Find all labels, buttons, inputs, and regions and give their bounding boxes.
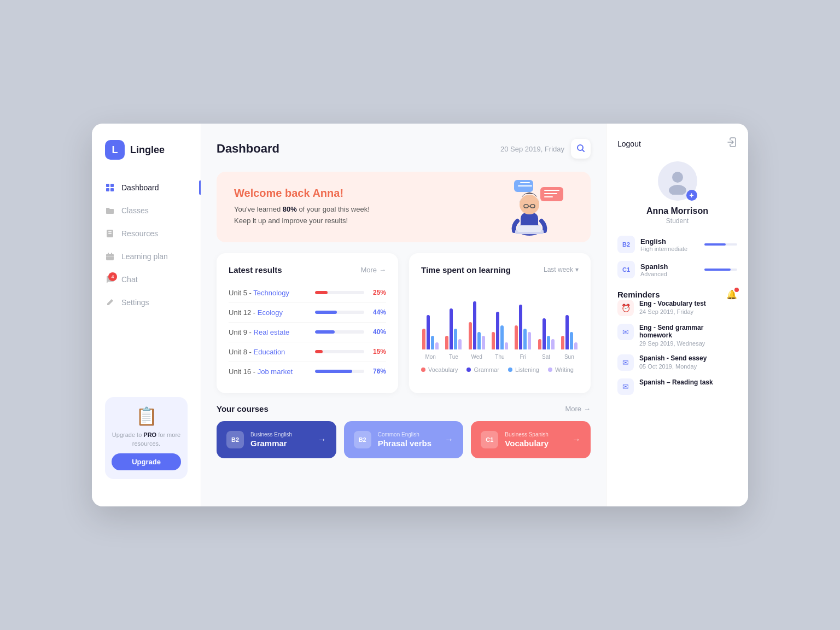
chart-bars: [492, 295, 508, 349]
result-label: Unit 9 - Real estate: [229, 328, 311, 336]
reminder-list: ⏰ Eng - Vocabulary test 24 Sep 2019, Fri…: [617, 300, 737, 395]
search-icon: [576, 144, 585, 154]
chart-column: Fri: [514, 295, 532, 360]
courses-section: Your courses More → B2 Business English …: [217, 404, 591, 458]
reminder-task: Eng - Vocabulary test: [639, 300, 737, 307]
result-row: Unit 12 - Ecology 44%: [229, 303, 386, 323]
reminder-icon: ✉: [617, 378, 634, 395]
bell-icon: 🔔: [726, 289, 737, 300]
language-item: B2 English High intermediate: [617, 236, 737, 253]
chart-bars: [515, 295, 531, 349]
reminders-header: Reminders 🔔: [617, 289, 737, 300]
course-info: Business Spanish Vocabulary: [505, 431, 565, 448]
chart-bar-listening: [500, 325, 504, 349]
result-bar-fill: [315, 291, 328, 294]
logo-name: Linglee: [130, 144, 165, 156]
course-type: Business Spanish: [505, 431, 565, 438]
chat-badge: 4: [108, 272, 117, 281]
course-level: B2: [226, 431, 244, 448]
svg-rect-1: [110, 184, 114, 187]
sidebar-item-learning-plan[interactable]: Learning plan: [92, 245, 201, 268]
sidebar-item-label: Learning plan: [121, 252, 168, 261]
chart-column: Mon: [421, 295, 440, 360]
chart-bar-grammar: [450, 308, 453, 349]
result-bar-fill: [315, 350, 323, 353]
course-name: Vocabulary: [505, 439, 565, 448]
result-bar-bg: [315, 330, 364, 334]
chart-day-label: Mon: [425, 354, 435, 360]
svg-rect-6: [108, 233, 112, 234]
welcome-illustration: [492, 177, 569, 237]
course-card[interactable]: C1 Business Spanish Vocabulary →: [471, 421, 591, 458]
sidebar-item-chat[interactable]: 4 Chat: [92, 268, 201, 291]
course-info: Common English Phrasal verbs: [378, 431, 439, 448]
chart-bar-vocab: [469, 322, 472, 349]
folder-icon: [105, 206, 115, 215]
arrow-right-icon: →: [379, 266, 386, 274]
chart-column: Wed: [468, 295, 486, 360]
course-info: Business English Grammar: [250, 431, 311, 448]
legend-dot: [466, 368, 471, 372]
app-container: L Linglee Dashboard: [92, 124, 748, 506]
chart-filter[interactable]: Last week ▾: [544, 266, 579, 273]
course-card[interactable]: B2 Common English Phrasal verbs →: [344, 421, 464, 458]
reminder-text: Eng - Send grammar homework 29 Sep 2019,…: [639, 324, 737, 347]
svg-rect-26: [517, 225, 541, 232]
chart-legend: VocabularyGrammarListeningWriting: [421, 366, 579, 373]
result-row: Unit 5 - Technology 25%: [229, 283, 386, 303]
reminder-date: 24 Sep 2019, Friday: [639, 308, 737, 315]
chart-day-label: Sat: [542, 354, 550, 360]
course-name: Phrasal verbs: [378, 439, 439, 448]
chart-bar-writing: [458, 339, 462, 349]
legend-label: Writing: [555, 366, 574, 373]
chart-column: Thu: [491, 295, 509, 360]
logout-button[interactable]: Logout: [617, 139, 641, 148]
search-button[interactable]: [571, 139, 591, 159]
results-more[interactable]: More →: [360, 266, 386, 274]
avatar-add-button[interactable]: +: [686, 190, 697, 201]
result-bar-fill: [315, 330, 335, 334]
chart-bar-vocab: [561, 336, 564, 349]
sidebar-item-label: Settings: [121, 298, 149, 307]
profile-name: Anna Morrison: [617, 206, 737, 216]
result-row: Unit 9 - Real estate 40%: [229, 323, 386, 342]
result-pct: 44%: [369, 308, 386, 316]
upgrade-text: Upgrade to PRO for more resources.: [112, 431, 181, 448]
upgrade-button[interactable]: Upgrade: [112, 453, 181, 470]
lang-name: Spanish: [640, 262, 699, 271]
result-label: Unit 16 - Job market: [229, 368, 311, 376]
chart-bar-grammar: [496, 312, 499, 349]
sidebar-item-dashboard[interactable]: Dashboard: [92, 176, 201, 199]
sidebar-item-classes[interactable]: Classes: [92, 199, 201, 222]
legend-item: Listening: [508, 366, 539, 373]
main-header: Dashboard 20 Sep 2019, Friday: [217, 139, 591, 159]
logout-icon[interactable]: [726, 137, 737, 150]
lang-bar-fill: [704, 243, 726, 246]
sidebar-item-resources[interactable]: Resources: [92, 222, 201, 245]
lang-level: B2: [617, 236, 635, 253]
sidebar-upgrade: 📋 Upgrade to PRO for more resources. Upg…: [92, 386, 201, 490]
legend-dot: [548, 368, 552, 372]
right-panel: Logout + Anna Morrison Student: [606, 124, 748, 506]
svg-rect-8: [108, 253, 109, 255]
result-pct: 15%: [369, 348, 386, 355]
courses-more[interactable]: More →: [565, 405, 591, 413]
reminder-item: ✉ Spanish – Reading task: [617, 378, 737, 395]
svg-rect-2: [106, 188, 109, 191]
sidebar-item-label: Resources: [121, 229, 158, 238]
result-bar-bg: [315, 311, 364, 314]
chart-day-label: Fri: [520, 354, 526, 360]
arrow-icon: →: [572, 435, 581, 445]
course-card[interactable]: B2 Business English Grammar →: [217, 421, 336, 458]
chart-bars: [422, 295, 439, 349]
sidebar-item-settings[interactable]: Settings: [92, 291, 201, 314]
header-right: 20 Sep 2019, Friday: [500, 139, 591, 159]
chart-bar-vocab: [492, 332, 495, 349]
chart-bar-writing: [551, 339, 555, 349]
chart-bar-listening: [454, 329, 457, 349]
chart-bar-listening: [431, 336, 434, 349]
chart-bar-listening: [523, 329, 527, 349]
courses-title: Your courses: [217, 404, 269, 413]
legend-label: Listening: [515, 366, 539, 373]
result-label: Unit 12 - Ecology: [229, 308, 311, 317]
